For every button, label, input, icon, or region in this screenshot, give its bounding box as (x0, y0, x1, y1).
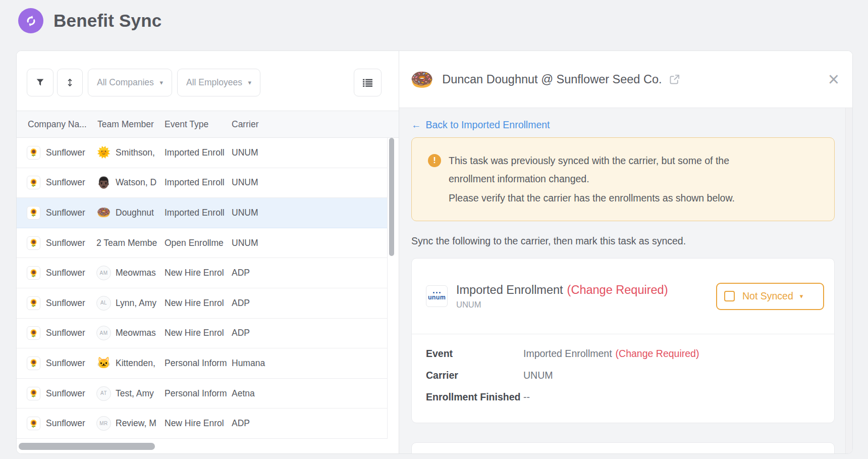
table-row[interactable]: 🌻SunflowerMRReview, MNew Hire EnrolADP (17, 409, 387, 439)
back-link-label: Back to Imported Enrollment (426, 119, 550, 131)
company-logo-icon: 🌻 (27, 236, 40, 250)
event-type: Personal Inform (165, 358, 227, 369)
member-avatar: MR (96, 416, 111, 431)
company-name: Sunflower (46, 418, 85, 429)
main-card: All Companies ▾ All Employees ▾ Company … (16, 50, 853, 454)
company-logo-icon: 🌻 (27, 266, 40, 280)
enrollment-card-header: unum Imported Enrollment(Change Required… (412, 259, 834, 334)
company-logo-icon: 🌻 (27, 206, 40, 220)
not-synced-checkbox[interactable] (724, 291, 735, 301)
column-header-company[interactable]: Company Na... (28, 111, 87, 137)
member-name: Watson, D (116, 177, 156, 188)
sort-button[interactable] (57, 69, 83, 96)
enrollment-title: Imported Enrollment (456, 283, 563, 296)
back-link[interactable]: ← Back to Imported Enrollment (411, 119, 550, 131)
list-view-button[interactable] (354, 69, 382, 96)
horizontal-scrollbar-thumb[interactable] (19, 443, 155, 450)
member-avatar: 🍩 (410, 70, 433, 89)
warning-icon: ! (428, 154, 441, 167)
carrier-name: UNUM (232, 147, 258, 158)
change-required-flag: (Change Required) (567, 283, 668, 296)
event-type: New Hire Enrol (165, 268, 224, 278)
member-name: Lynn, Amy (116, 298, 156, 309)
company-logo-icon: 🌻 (27, 326, 40, 340)
event-type: New Hire Enrol (165, 328, 224, 338)
table-row[interactable]: 🌻Sunflower2 Team MembeOpen EnrollmeUNUM (17, 228, 387, 259)
field-label: Carrier (426, 370, 523, 381)
carrier-logo-text: unum (428, 294, 446, 301)
event-type: Imported Enroll (165, 177, 225, 188)
vertical-scrollbar-thumb[interactable] (389, 138, 394, 256)
not-synced-dropdown-button[interactable]: Not Synced ▾ (716, 283, 824, 310)
company-filter-value: All Companies (97, 77, 154, 88)
table-row[interactable]: 🌻SunflowerAMMeowmasNew Hire EnrolADP (17, 258, 387, 288)
field-label: Enrollment Finished (426, 391, 523, 403)
member-name: Meowmas (116, 268, 156, 278)
event-type: Imported Enroll (165, 147, 225, 158)
company-name: Sunflower (46, 147, 85, 158)
carrier-name: ADP (232, 328, 250, 338)
company-logo-icon: 🌻 (27, 387, 40, 400)
member-name: Review, M (116, 418, 156, 429)
field-row: EventImported Enrollment(Change Required… (426, 348, 834, 370)
detail-header: 🍩 Duncan Doughnut @ Sunflower Seed Co. × (399, 51, 852, 108)
company-name: Sunflower (46, 268, 85, 278)
table-row[interactable]: 🌻Sunflower👨🏿Watson, DImported EnrollUNUM (17, 168, 387, 198)
table-row[interactable]: 🌻Sunflower🍩DoughnutImported EnrollUNUM (17, 198, 387, 228)
detail-scrollbar-track[interactable] (845, 108, 852, 453)
enrollment-card: unum Imported Enrollment(Change Required… (411, 258, 835, 423)
sync-instruction: Sync the following to the carrier, then … (411, 235, 835, 247)
sync-icon (24, 14, 38, 28)
member-name: 2 Team Membe (96, 238, 157, 248)
next-enrollment-card-partial (411, 442, 835, 453)
table-row[interactable]: 🌻SunflowerALLynn, AmyNew Hire EnrolADP (17, 288, 387, 319)
warning-banner: ! This task was previously synced with t… (411, 137, 835, 221)
table-row[interactable]: 🌻Sunflower🐱Kittenden,Personal InformHuma… (17, 348, 387, 379)
carrier-name: UNUM (232, 208, 258, 218)
task-list-panel: All Companies ▾ All Employees ▾ Company … (17, 51, 399, 453)
table-row[interactable]: 🌻SunflowerATTest, AmyPersonal InformAetn… (17, 379, 387, 409)
carrier-name: Humana (232, 358, 265, 369)
change-required-flag: (Change Required) (616, 348, 699, 359)
carrier-logo-icon: unum (426, 285, 448, 307)
member-name: Doughnut (116, 208, 154, 218)
close-icon[interactable]: × (828, 72, 839, 87)
column-header-carrier[interactable]: Carrier (232, 111, 258, 137)
warning-line-2: Please verify that the carrier has the e… (449, 189, 756, 207)
company-name: Sunflower (46, 238, 85, 248)
table-header: Company Na... Team Member Event Type Car… (17, 111, 399, 138)
external-link-icon[interactable] (669, 74, 680, 85)
company-logo-icon: 🌻 (27, 296, 40, 310)
member-avatar: 🍩 (96, 206, 111, 220)
field-value: -- (523, 391, 530, 403)
company-logo-icon: 🌻 (27, 417, 40, 430)
benefit-sync-logo (18, 8, 43, 33)
company-filter-dropdown[interactable]: All Companies ▾ (88, 69, 172, 96)
table-row[interactable]: 🌻SunflowerAMMeowmasNew Hire EnrolADP (17, 319, 387, 349)
member-name: Test, Amy (116, 388, 154, 399)
detail-body: ← Back to Imported Enrollment ! This tas… (399, 108, 852, 453)
member-avatar: 🐱 (96, 356, 111, 371)
column-header-event-type[interactable]: Event Type (165, 111, 208, 137)
table-row[interactable]: 🌻Sunflower🌞Smithson,Imported EnrollUNUM (17, 138, 387, 168)
chevron-down-icon: ▾ (159, 79, 163, 86)
carrier-name: UNUM (232, 238, 258, 248)
detail-title: Duncan Doughnut @ Sunflower Seed Co. (442, 73, 662, 86)
field-value: Imported Enrollment(Change Required) (523, 348, 699, 360)
company-name: Sunflower (46, 298, 85, 309)
chevron-down-icon: ▾ (800, 292, 803, 300)
carrier-name: Aetna (232, 388, 255, 399)
company-logo-icon: 🌻 (27, 356, 40, 370)
list-view-icon (363, 79, 372, 87)
task-detail-panel: 🍩 Duncan Doughnut @ Sunflower Seed Co. ×… (399, 51, 852, 453)
employee-filter-dropdown[interactable]: All Employees ▾ (177, 69, 260, 96)
filter-button[interactable] (27, 69, 53, 96)
company-name: Sunflower (46, 388, 85, 399)
event-type: New Hire Enrol (165, 418, 224, 429)
enrollment-fields: EventImported Enrollment(Change Required… (412, 334, 834, 413)
member-name: Meowmas (116, 328, 156, 338)
enrollment-carrier-subtitle: UNUM (456, 300, 668, 310)
sort-icon (66, 78, 74, 87)
field-row: CarrierUNUM (426, 370, 834, 391)
column-header-team-member[interactable]: Team Member (97, 111, 154, 137)
